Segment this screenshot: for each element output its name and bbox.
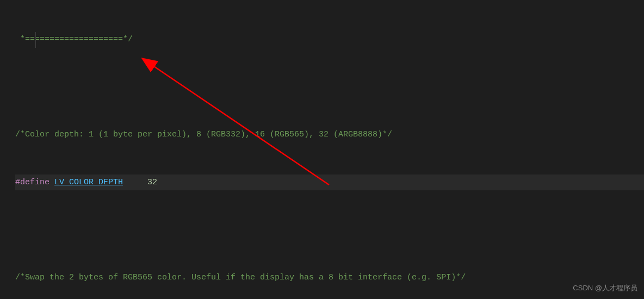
number-value: 32 — [123, 175, 157, 190]
watermark-text: CSDN @人才程序员 — [573, 281, 637, 295]
code-line: /*Swap the 2 bytes of RGB565 color. Usef… — [15, 270, 644, 285]
macro-link[interactable]: LV_COLOR_DEPTH — [54, 175, 123, 190]
code-editor[interactable]: *====================*/ /*Color depth: 1… — [0, 0, 644, 299]
code-line: /*Color depth: 1 (1 byte per pixel), 8 (… — [15, 127, 644, 143]
comment-text: /*Color depth: 1 (1 byte per pixel), 8 (… — [15, 127, 392, 142]
code-line-active: #define LV_COLOR_DEPTH 32 — [15, 175, 644, 190]
comment-text: *====================*/ — [15, 32, 133, 47]
code-line — [15, 79, 644, 95]
define-directive: #define — [15, 175, 54, 190]
code-line — [15, 222, 644, 238]
code-line: *====================*/ — [15, 32, 644, 48]
comment-text: /*Swap the 2 bytes of RGB565 color. Usef… — [15, 270, 466, 285]
